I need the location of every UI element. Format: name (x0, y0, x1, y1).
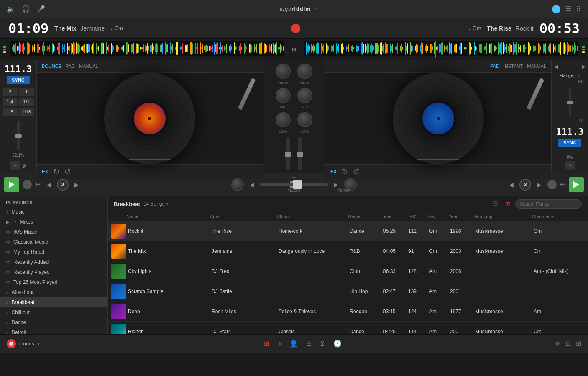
beat-cell-1-4[interactable]: 1/4 (3, 98, 18, 106)
sidebar-item-90s[interactable]: ⚙ 90's Music (0, 227, 107, 237)
sidebar-item-top25[interactable]: ⚙ Top 25 Most Played (0, 277, 107, 287)
deck-right-redo-icon[interactable]: ↺ (353, 167, 359, 176)
arrow-left-icon[interactable]: ◀ (554, 64, 558, 70)
prev-loop-left[interactable]: ◀ (44, 180, 54, 189)
pitch-slider-center[interactable] (260, 183, 328, 186)
note-icon[interactable]: ♪ (278, 340, 281, 348)
sidebar-item-music[interactable]: ♪ Music (0, 207, 107, 217)
table-row[interactable]: Scratch Sample DJ Battle Hip Hop 02:47 1… (108, 281, 588, 301)
table-row[interactable]: The Mix Jermaine Dangerously In Love R&B… (108, 241, 588, 261)
beat-cell-1-8[interactable]: 1/8 (3, 108, 18, 116)
record-icon[interactable] (552, 5, 560, 13)
col-album[interactable]: Album (277, 214, 348, 219)
knob-left-mid[interactable] (276, 88, 291, 103)
knob-right-low[interactable] (297, 112, 312, 127)
microphone-icon[interactable]: 🎤 (37, 5, 45, 13)
next-loop-left[interactable]: ▶ (72, 180, 82, 189)
deck-left-loop-icon[interactable]: ↻ (53, 167, 59, 176)
waveform-left[interactable] (10, 41, 284, 58)
col-name[interactable]: Name (126, 214, 210, 219)
play-button-left[interactable] (4, 177, 19, 192)
tab-right-manual[interactable]: MANUAL (527, 63, 546, 70)
beat-cell-1[interactable]: 1 (19, 88, 34, 96)
col-artist[interactable]: Artist (210, 214, 277, 219)
play-button-right[interactable] (569, 177, 584, 192)
sidebar-item-toprated[interactable]: ⚙ My Top Rated (0, 247, 107, 257)
terminal-button[interactable]: ⊢ (46, 340, 51, 347)
sidebar-item-chillout[interactable]: ♪ Chill out (0, 307, 107, 317)
knob-left-high[interactable] (276, 64, 291, 79)
sidebar-item-afterhour[interactable]: ♪ After-hour (0, 287, 107, 297)
equalizer-icon[interactable]: ⊻ (320, 340, 325, 348)
channel-fader-right[interactable] (298, 137, 302, 170)
col-time[interactable]: Time (381, 214, 406, 219)
cue-button-right[interactable] (547, 180, 557, 189)
col-genre[interactable]: Genre (348, 214, 381, 219)
filter-knob-left[interactable] (231, 178, 244, 191)
speaker-icon[interactable]: 🔈 (7, 5, 15, 13)
list-view-button[interactable]: ☰ (491, 200, 500, 208)
deck-left-sync[interactable]: SYNC (7, 76, 30, 84)
sidebar-item-recentlyplayed[interactable]: ⚙ Recently Played (0, 267, 107, 277)
knob-right-mid[interactable] (297, 88, 312, 103)
deck-right-pitch-slider[interactable] (569, 88, 571, 117)
grid-button[interactable]: ⊞ (289, 44, 299, 54)
deck-left-note[interactable]: ♪ (23, 164, 26, 167)
source-dropdown-icon[interactable]: ▾ (38, 341, 40, 346)
deck-left-redo-icon[interactable]: ↺ (64, 167, 71, 176)
table-row[interactable]: Rock it The Rise Homework Dance 05:29 11… (108, 221, 588, 241)
menu-icon[interactable]: ☰ (565, 5, 571, 13)
prev-loop-right[interactable]: ◀ (506, 180, 516, 189)
table-row[interactable]: Deep Rock Miles Police & Thieves Reggae … (108, 301, 588, 322)
person-icon[interactable]: 👤 (289, 340, 298, 348)
beat-cell-1-16[interactable]: 1/16 (19, 108, 34, 116)
tab-manual[interactable]: MANUAL (79, 63, 98, 70)
deck-left-fx-button[interactable]: FX (42, 169, 48, 175)
turntable-right[interactable] (393, 73, 484, 164)
undo-button-right[interactable]: ↩ (560, 180, 565, 188)
layout-icon[interactable]: ⊞ (576, 340, 581, 348)
tab-bounce[interactable]: BOUNCE (42, 63, 61, 70)
deck-left-pitch-slider[interactable] (17, 121, 20, 150)
turntable-left[interactable] (104, 73, 195, 164)
library-icon[interactable]: ⊟ (306, 340, 312, 348)
sidebar-item-breakbeat[interactable]: ♪ Breakbeat (0, 297, 107, 307)
headphones-icon[interactable]: 🎧 (22, 5, 30, 13)
undo-button-left[interactable]: ↩ (35, 180, 41, 188)
tab-right-instant[interactable]: INSTANT (504, 63, 523, 70)
channel-fader-left[interactable] (286, 137, 290, 170)
sidebar-item-recentlyadded[interactable]: ⚙ Recently Added (0, 257, 107, 267)
knob-right-high[interactable] (297, 64, 312, 79)
tab-right-pad[interactable]: PAD (490, 63, 499, 70)
sidebar-item-dance[interactable]: ♪ Dance (0, 317, 107, 327)
col-year[interactable]: Year (448, 214, 473, 219)
grid-view-button[interactable]: ⊞ (504, 200, 512, 208)
display-icon[interactable]: ⊡ (565, 340, 571, 348)
sidebar-item-classical[interactable]: ⚙ Classical Music (0, 237, 107, 247)
playlist-icon[interactable]: ⊞ (264, 340, 269, 348)
cue-button-left[interactable] (23, 180, 32, 189)
tab-pad[interactable]: PAD (66, 63, 75, 70)
search-input[interactable] (515, 199, 582, 209)
filter-next[interactable]: ▶ (331, 180, 341, 189)
arrow-right-icon[interactable]: ▶ (582, 64, 585, 70)
beat-cell-1-2[interactable]: 1/2 (19, 98, 34, 106)
deck-right-snap[interactable]: ⊟ (565, 161, 575, 170)
col-grouping[interactable]: Grouping (473, 214, 532, 219)
col-bpm[interactable]: BPM (406, 214, 427, 219)
deck-right-sync[interactable]: SYNC (558, 139, 581, 147)
table-row[interactable]: Higher DJ Starr Classic Dance 04:25 114 … (108, 322, 588, 334)
sidebar-item-mixes[interactable]: ▶ ♪ Mixes (0, 217, 107, 227)
record-button[interactable] (291, 24, 300, 33)
grid-icon[interactable]: ⠿ (576, 5, 581, 13)
brightness-icon[interactable]: ☀ (555, 340, 560, 348)
waveform-right[interactable] (304, 41, 578, 58)
clock-icon[interactable]: 🕐 (333, 340, 342, 348)
col-comments[interactable]: Comments (532, 214, 574, 219)
deck-left-snap[interactable]: ⊟ (10, 161, 20, 170)
effect-dropdown-icon[interactable]: ▼ (577, 73, 580, 77)
beat-cell-2[interactable]: 2 (3, 88, 18, 96)
col-key[interactable]: Key (427, 214, 448, 219)
knob-left-low[interactable] (276, 112, 291, 127)
deck-right-loop-icon[interactable]: ↻ (342, 167, 348, 176)
